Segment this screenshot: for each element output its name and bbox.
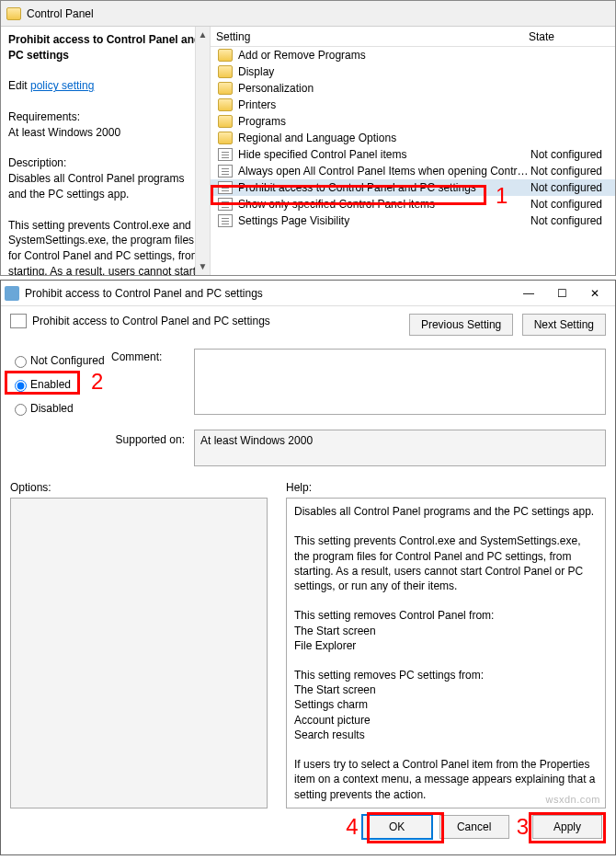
apply-button[interactable]: Apply — [532, 815, 602, 839]
folder-icon — [218, 49, 233, 62]
radio-disabled-input[interactable] — [15, 404, 27, 416]
row-label: Printers — [236, 98, 530, 111]
group-policy-pane: Control Panel Prohibit access to Control… — [0, 0, 616, 276]
radio-not-configured-input[interactable] — [15, 356, 27, 368]
folder-icon — [218, 65, 233, 78]
options-label: Options: — [10, 481, 268, 494]
gpe-selected-title: Prohibit access to Control Panel and PC … — [8, 32, 202, 63]
gpe-column-headers: Setting State — [211, 27, 615, 47]
list-item[interactable]: Display — [211, 63, 615, 80]
row-label: Hide specified Control Panel items — [236, 148, 530, 161]
annotation-number-4: 4 — [346, 814, 358, 840]
requirements-value: At least Windows 2000 — [8, 125, 202, 141]
row-label: Add or Remove Programs — [236, 49, 530, 62]
edit-policy-link[interactable]: policy setting — [30, 79, 94, 92]
setting-icon — [218, 214, 233, 227]
watermark: wsxdn.com — [545, 794, 600, 805]
dialog-subtitle: Prohibit access to Control Panel and PC … — [32, 315, 270, 327]
gpe-list-panel: Setting State Add or Remove ProgramsDisp… — [211, 27, 615, 275]
dialog-subtitle-row: Prohibit access to Control Panel and PC … — [10, 314, 404, 328]
folder-icon — [218, 82, 233, 95]
setting-icon — [218, 181, 233, 194]
folder-icon — [218, 98, 233, 111]
row-state: Not configured — [530, 198, 615, 211]
setting-icon — [218, 165, 233, 178]
comment-textarea[interactable] — [194, 349, 606, 415]
row-state: Not configured — [530, 148, 615, 161]
gpe-header-title: Control Panel — [27, 7, 94, 20]
list-item[interactable]: Regional and Language Options — [211, 130, 615, 146]
description-label: Description: — [8, 155, 202, 171]
list-item[interactable]: Settings Page VisibilityNot configured — [211, 212, 615, 229]
supported-on-value: At least Windows 2000 — [194, 430, 606, 466]
setting-icon — [10, 314, 27, 328]
folder-icon — [6, 7, 21, 20]
scroll-up-icon[interactable]: ▲ — [199, 27, 208, 43]
ok-button[interactable]: OK — [362, 815, 432, 839]
list-item[interactable]: Hide specified Control Panel itemsNot co… — [211, 146, 615, 163]
list-item[interactable]: Personalization — [211, 80, 615, 97]
row-label: Personalization — [236, 82, 530, 95]
row-label: Programs — [236, 115, 530, 128]
setting-icon — [218, 198, 233, 211]
supported-on-label: Supported on: — [10, 430, 194, 466]
row-label: Display — [236, 65, 530, 78]
help-label: Help: — [286, 481, 606, 494]
options-box — [10, 498, 268, 808]
annotation-number-2: 2 — [91, 369, 103, 395]
radio-enabled-input[interactable] — [15, 380, 27, 392]
cancel-button[interactable]: Cancel — [439, 815, 509, 839]
previous-setting-button[interactable]: Previous Setting — [409, 314, 513, 336]
options-pane: Options: — [10, 481, 268, 808]
list-item[interactable]: Programs — [211, 113, 615, 130]
gpe-details-panel: Prohibit access to Control Panel and PC … — [1, 27, 211, 275]
annotation-number-1: 1 — [496, 183, 508, 209]
col-state[interactable]: State — [523, 30, 615, 43]
config-radio-group: Not Configured Enabled Disabled 2 — [10, 349, 111, 420]
list-item[interactable]: Printers — [211, 97, 615, 113]
description-text-2: This setting prevents Control.exe and Sy… — [8, 218, 202, 275]
dialog-footer: wsxdn.com 4 OK Cancel 3 Apply — [10, 808, 606, 845]
gpe-header: Control Panel — [1, 1, 615, 27]
row-label: Always open All Control Panel Items when… — [236, 165, 530, 178]
row-state: Not configured — [530, 165, 615, 178]
left-scrollbar[interactable]: ▲ ▼ — [195, 27, 210, 275]
list-item[interactable]: Always open All Control Panel Items when… — [211, 163, 615, 179]
list-item[interactable]: Prohibit access to Control Panel and PC … — [211, 179, 615, 196]
folder-icon — [218, 115, 233, 128]
comment-label: Comment: — [111, 349, 194, 420]
policy-dialog: Prohibit access to Control Panel and PC … — [0, 280, 616, 855]
col-setting[interactable]: Setting — [211, 30, 523, 43]
list-item[interactable]: Show only specified Control Panel itemsN… — [211, 196, 615, 212]
setting-icon — [218, 148, 233, 161]
scroll-down-icon[interactable]: ▼ — [199, 258, 208, 275]
help-pane: Help: Disables all Control Panel program… — [286, 481, 606, 808]
row-label: Show only specified Control Panel items — [236, 198, 530, 211]
list-item[interactable]: Add or Remove Programs — [211, 47, 615, 63]
maximize-button[interactable]: ☐ — [545, 282, 578, 304]
help-box: Disables all Control Panel programs and … — [286, 498, 606, 808]
edit-label: Edit — [8, 79, 30, 92]
row-label: Regional and Language Options — [236, 132, 530, 144]
gpe-list: Add or Remove ProgramsDisplayPersonaliza… — [211, 47, 615, 229]
row-label: Settings Page Visibility — [236, 214, 530, 227]
minimize-button[interactable]: — — [512, 282, 545, 304]
description-text-1: Disables all Control Panel programs and … — [8, 171, 202, 202]
row-state: Not configured — [530, 181, 615, 194]
folder-icon — [218, 132, 233, 144]
dialog-nav: Previous Setting Next Setting — [404, 314, 606, 336]
dialog-icon — [5, 286, 19, 301]
radio-disabled[interactable]: Disabled — [10, 396, 111, 420]
row-state: Not configured — [530, 214, 615, 227]
dialog-title: Prohibit access to Control Panel and PC … — [25, 287, 263, 300]
row-label: Prohibit access to Control Panel and PC … — [236, 181, 530, 194]
close-button[interactable]: ✕ — [578, 282, 611, 304]
annotation-number-3: 3 — [517, 814, 529, 840]
requirements-label: Requirements: — [8, 109, 202, 125]
next-setting-button[interactable]: Next Setting — [522, 314, 606, 336]
dialog-titlebar: Prohibit access to Control Panel and PC … — [1, 281, 615, 306]
